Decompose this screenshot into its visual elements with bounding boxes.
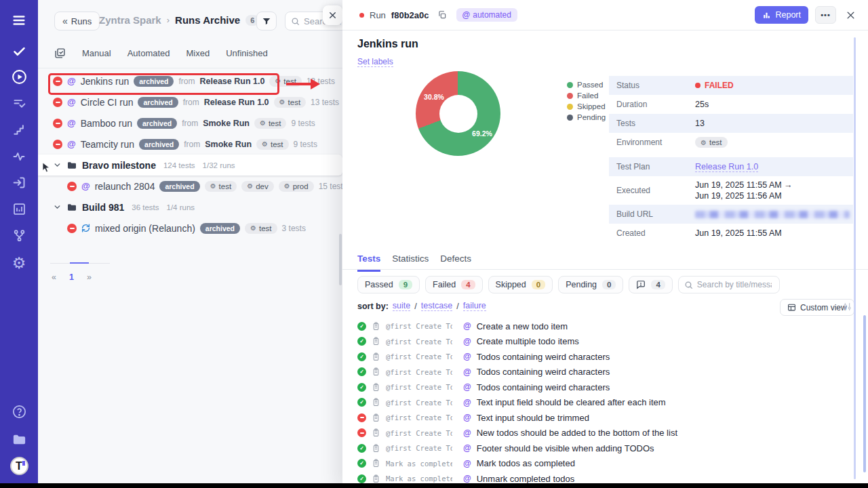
env-tag[interactable]: ⚙test bbox=[245, 223, 277, 234]
detail-scrollbar[interactable] bbox=[854, 37, 856, 479]
tab-mixed[interactable]: Mixed bbox=[186, 48, 210, 58]
tests-check-icon[interactable] bbox=[0, 44, 38, 58]
env-tag[interactable]: ⚙test bbox=[256, 139, 289, 150]
failed-dot-icon bbox=[359, 13, 364, 18]
env-tag[interactable]: ⚙prod bbox=[279, 181, 314, 192]
tab-manual[interactable]: Manual bbox=[82, 48, 111, 58]
from-run-link[interactable]: Release Run 1.0 bbox=[199, 77, 264, 86]
passed-count-badge: 9 bbox=[399, 280, 412, 289]
run-row-teamcity[interactable]: @ Teamcity run archived from Smoke Run ⚙… bbox=[38, 134, 342, 155]
env-tag[interactable]: ⚙test bbox=[254, 118, 287, 129]
tests-count: 3 tests bbox=[282, 224, 306, 233]
env-tag[interactable]: ⚙test bbox=[269, 76, 302, 87]
from-run-link[interactable]: Release Run 1.0 bbox=[204, 98, 269, 107]
test-row[interactable]: @first Create To…@Create a new todo item bbox=[357, 319, 852, 334]
panel-close-button[interactable] bbox=[323, 5, 342, 25]
chevron-down-icon[interactable] bbox=[53, 161, 62, 169]
build-url-link-redacted[interactable] bbox=[695, 211, 850, 218]
tab-automated[interactable]: Automated bbox=[127, 48, 170, 58]
runs-archive-header: « Runs Zyntra Spark › Runs Archive 6 bbox=[38, 0, 342, 42]
tab-unfinished[interactable]: Unfinished bbox=[226, 48, 267, 58]
test-row[interactable]: @first Create To…@Todos containing weird… bbox=[357, 365, 852, 380]
folder-row-bravo-milestone[interactable]: Bravo milestone 124 tests 1/32 runs bbox=[38, 155, 342, 176]
funnel-icon bbox=[262, 16, 271, 26]
test-row[interactable]: @first Create To…@Footer should be visib… bbox=[357, 441, 852, 456]
left-panel-scrollbar[interactable] bbox=[339, 234, 342, 285]
pagination-page-1[interactable]: 1 bbox=[69, 272, 74, 282]
import-icon[interactable] bbox=[0, 176, 38, 190]
test-row[interactable]: @first Create To…@Todos containing weird… bbox=[357, 349, 852, 365]
gear-icon: ⚙ bbox=[210, 182, 216, 190]
automated-test-icon: @ bbox=[463, 443, 471, 453]
filter-button[interactable] bbox=[256, 12, 277, 30]
pagination-next[interactable]: » bbox=[87, 272, 92, 282]
sort-by-suite-link[interactable]: suite bbox=[393, 301, 410, 311]
sort-controls: sort by: suite / testcase / failure bbox=[357, 301, 486, 311]
passed-status-icon bbox=[357, 367, 366, 376]
test-row[interactable]: @first Create To…@New todos should be ad… bbox=[357, 426, 852, 441]
detail-close-button[interactable] bbox=[846, 10, 856, 20]
runs-play-icon[interactable] bbox=[0, 68, 38, 85]
test-row[interactable]: @first Create To…@Text input field shoul… bbox=[357, 395, 852, 411]
test-row[interactable]: @first Create To…@Create multiple todo i… bbox=[357, 334, 852, 350]
analytics-bar-chart-icon[interactable] bbox=[0, 202, 38, 216]
automated-at-icon: @ bbox=[462, 10, 471, 20]
run-row-bamboo[interactable]: @ Bamboo run archived from Smoke Run ⚙te… bbox=[38, 113, 342, 134]
view-settings-sliders-icon[interactable] bbox=[842, 302, 852, 314]
filter-passed-chip[interactable]: Passed9 bbox=[357, 276, 420, 293]
pagination-prev[interactable]: « bbox=[52, 272, 56, 282]
help-circle-icon[interactable] bbox=[0, 404, 38, 420]
pending-count-badge: 0 bbox=[602, 280, 616, 289]
test-row[interactable]: @first Create To…@Text input should be t… bbox=[357, 410, 852, 426]
branches-icon[interactable] bbox=[0, 228, 38, 243]
test-plan-link[interactable]: Release Run 1.0 bbox=[695, 162, 758, 172]
copy-icon[interactable] bbox=[437, 10, 447, 20]
sort-by-failure-link[interactable]: failure bbox=[463, 301, 486, 311]
chevron-down-icon[interactable] bbox=[53, 203, 62, 211]
divider bbox=[342, 269, 868, 270]
folder-tests-count: 124 tests bbox=[163, 161, 195, 169]
filter-skipped-chip[interactable]: Skipped0 bbox=[488, 276, 553, 293]
filter-failed-chip[interactable]: Failed4 bbox=[425, 276, 482, 293]
more-options-button[interactable]: ••• bbox=[815, 6, 836, 24]
env-tag[interactable]: ⚙dev bbox=[241, 181, 274, 192]
filter-pending-chip[interactable]: Pending0 bbox=[558, 276, 623, 293]
test-row[interactable]: @first Create To…@Todos containing weird… bbox=[357, 380, 852, 395]
run-row-jenkins[interactable]: @ Jenkins run archived from Release Run … bbox=[38, 70, 342, 92]
gear-icon: ⚙ bbox=[284, 182, 290, 190]
env-tag[interactable]: ⚙test bbox=[695, 137, 728, 148]
run-row-mixed-origin[interactable]: mixed origin (Relaunch) archived ⚙test 3… bbox=[38, 218, 342, 239]
automated-test-icon: @ bbox=[463, 413, 471, 422]
env-tag[interactable]: ⚙test bbox=[274, 97, 307, 108]
env-tag[interactable]: ⚙test bbox=[205, 181, 237, 192]
search-icon bbox=[291, 17, 300, 26]
from-run-link[interactable]: Smoke Run bbox=[205, 140, 252, 149]
activity-pulse-icon[interactable] bbox=[0, 150, 38, 163]
report-button[interactable]: Report bbox=[755, 6, 808, 24]
folder-row-build-981[interactable]: Build 981 36 tests 1/4 runs bbox=[38, 197, 342, 218]
sort-by-testcase-link[interactable]: testcase bbox=[421, 301, 453, 311]
skipped-dot-icon bbox=[567, 104, 573, 110]
test-row[interactable]: Mark as complete…@Mark todos as complete… bbox=[357, 456, 852, 472]
run-name: relaunch 2804 bbox=[95, 181, 155, 192]
select-all-icon[interactable] bbox=[54, 47, 66, 59]
summary-row-environment: Environment ⚙test bbox=[609, 133, 853, 152]
milestones-steps-icon[interactable] bbox=[0, 123, 38, 137]
plans-list-check-icon[interactable] bbox=[0, 96, 38, 110]
automated-badge[interactable]: @ automated bbox=[456, 8, 517, 22]
run-row-circle-ci[interactable]: @ Circle CI run archived from Release Ru… bbox=[38, 92, 342, 113]
tests-list-scrollbar[interactable] bbox=[863, 315, 866, 472]
menu-icon[interactable] bbox=[0, 13, 38, 28]
set-labels-link[interactable]: Set labels bbox=[357, 57, 393, 67]
tests-search-input[interactable] bbox=[697, 280, 772, 289]
back-to-runs-button[interactable]: « Runs bbox=[54, 12, 100, 30]
settings-gear-icon[interactable]: ⚙ bbox=[0, 254, 38, 272]
from-run-link[interactable]: Smoke Run bbox=[203, 119, 250, 128]
projects-folder-icon[interactable] bbox=[0, 432, 38, 447]
filter-comments-chip[interactable]: 4 bbox=[629, 276, 672, 293]
breadcrumb-project[interactable]: Zyntra Spark bbox=[99, 14, 161, 26]
run-row-relaunch-2804[interactable]: @ relaunch 2804 archived ⚙test ⚙dev ⚙pro… bbox=[38, 176, 342, 197]
executed-end: Jun 19, 2025 11:56 AM bbox=[695, 191, 782, 201]
mixed-origin-sync-icon bbox=[81, 224, 90, 232]
app-logo-avatar[interactable]: T bbox=[0, 457, 38, 475]
